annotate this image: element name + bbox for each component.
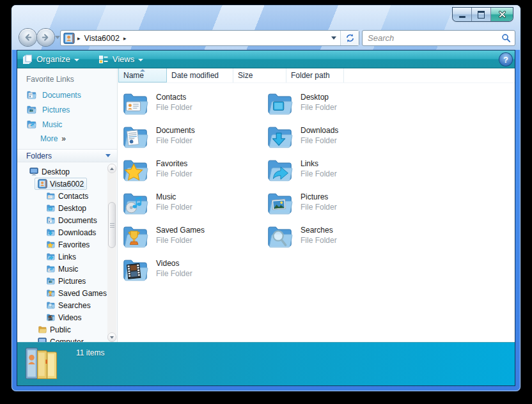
searches-icon xyxy=(46,300,56,310)
pictures-icon xyxy=(46,276,56,286)
views-icon xyxy=(98,54,109,65)
tile-name: Links xyxy=(301,155,337,168)
tree-item-label: Music xyxy=(58,265,78,274)
tile-type: File Folder xyxy=(301,235,337,245)
double-chevron-icon: » xyxy=(61,134,65,143)
music-icon xyxy=(46,264,56,274)
tree-item-contacts[interactable]: Contacts xyxy=(17,190,107,202)
folder-tile-pictures[interactable]: PicturesFile Folder xyxy=(265,187,410,221)
folder-tile-contacts[interactable]: ContactsFile Folder xyxy=(121,88,265,121)
column-header-label: Name xyxy=(123,71,144,80)
tree-item-label: Contacts xyxy=(58,192,88,201)
tree-item-music[interactable]: Music xyxy=(17,263,107,275)
tile-name: Saved Games xyxy=(156,222,205,235)
content-area: Favorite Links DocumentsPicturesMusic Mo… xyxy=(17,68,515,343)
folder-tile-music[interactable]: MusicFile Folder xyxy=(121,187,265,221)
explorer-window: ▸ Vista6002 ▸ xyxy=(12,5,520,391)
tree-item-favorites[interactable]: Favorites xyxy=(17,238,107,251)
search-icon[interactable] xyxy=(501,33,511,43)
tree-item-vista6002[interactable]: Vista6002 xyxy=(17,178,107,190)
breadcrumb-item[interactable]: Vista6002 xyxy=(83,34,121,43)
folder-tile-desktop[interactable]: DesktopFile Folder xyxy=(265,88,410,121)
tile-type: File Folder xyxy=(156,235,205,245)
folder-tile-documents[interactable]: DocumentsFile Folder xyxy=(121,121,265,154)
search-box[interactable] xyxy=(362,30,515,46)
tile-name: Favorites xyxy=(156,155,192,168)
address-dropdown-button[interactable] xyxy=(327,31,340,45)
column-header-size[interactable]: Size xyxy=(233,68,286,82)
maximize-button[interactable] xyxy=(472,8,491,21)
address-bar[interactable]: ▸ Vista6002 ▸ xyxy=(60,30,359,46)
tile-name: Documents xyxy=(156,122,195,135)
tree-item-downloads[interactable]: Downloads xyxy=(17,226,107,238)
column-header-name[interactable]: Name xyxy=(118,68,167,82)
folder-tile-searches[interactable]: SearchesFile Folder xyxy=(265,221,410,254)
chevron-down-icon xyxy=(331,36,336,40)
folder-tree: DesktopVista6002ContactsDesktopDocuments… xyxy=(17,163,107,343)
close-button[interactable] xyxy=(491,8,513,21)
search-input[interactable] xyxy=(366,33,501,43)
videos-folder-icon xyxy=(121,255,150,284)
searches-folder-icon xyxy=(265,222,295,251)
folder-tile-downloads[interactable]: DownloadsFile Folder xyxy=(265,121,410,154)
folder-tile-saved-games[interactable]: Saved GamesFile Folder xyxy=(121,221,265,254)
user-folder-icon xyxy=(63,33,75,44)
refresh-icon xyxy=(345,33,355,43)
more-label: More xyxy=(40,134,58,143)
column-header-date-modified[interactable]: Date modified xyxy=(167,68,233,82)
folder-tile-favorites[interactable]: FavoritesFile Folder xyxy=(121,154,265,187)
favorite-link-documents[interactable]: Documents xyxy=(17,88,117,102)
caption-button-group xyxy=(453,8,513,21)
command-toolbar: Organize Views ? xyxy=(17,50,515,68)
tree-item-documents[interactable]: Documents xyxy=(17,214,107,226)
tree-item-label: Links xyxy=(58,252,76,261)
refresh-button[interactable] xyxy=(340,31,359,45)
folder-stack-icon xyxy=(22,345,61,385)
favorite-link-label: Music xyxy=(42,120,62,129)
back-button[interactable] xyxy=(19,29,36,46)
tree-item-videos[interactable]: Videos xyxy=(17,311,107,323)
tree-scrollbar[interactable] xyxy=(107,164,116,342)
maximize-icon xyxy=(478,11,485,19)
tree-item-public[interactable]: Public xyxy=(17,323,107,336)
downloads-icon xyxy=(46,228,56,237)
tree-item-saved-games[interactable]: Saved Games xyxy=(17,287,107,299)
forward-button[interactable] xyxy=(37,29,54,46)
tree-item-pictures[interactable]: Pictures xyxy=(17,275,107,287)
pictures-folder-icon xyxy=(26,104,37,115)
scroll-down-button[interactable] xyxy=(107,332,116,342)
help-button[interactable]: ? xyxy=(499,53,512,66)
chevron-down-icon xyxy=(106,154,111,157)
favorite-link-label: Pictures xyxy=(42,105,70,114)
folders-band[interactable]: Folders xyxy=(17,149,117,162)
tree-item-label: Pictures xyxy=(58,277,86,286)
tree-item-links[interactable]: Links xyxy=(17,251,107,263)
tree-item-searches[interactable]: Searches xyxy=(17,299,107,311)
saved-games-folder-icon xyxy=(121,222,150,251)
tree-item-label: Desktop xyxy=(58,204,86,213)
minimize-button[interactable] xyxy=(453,8,472,21)
views-button[interactable]: Views xyxy=(93,50,148,68)
organize-button[interactable]: Organize xyxy=(17,50,84,68)
tile-name: Pictures xyxy=(301,189,337,201)
scroll-up-button[interactable] xyxy=(107,164,116,173)
column-header-label: Folder path xyxy=(291,71,330,80)
file-list-pane: NameDate modifiedSizeFolder path Contact… xyxy=(118,68,515,343)
favorite-links-list: DocumentsPicturesMusic xyxy=(17,88,117,132)
tree-item-desktop[interactable]: Desktop xyxy=(17,202,107,214)
folder-tile-links[interactable]: LinksFile Folder xyxy=(265,154,410,187)
more-link[interactable]: More » xyxy=(17,132,117,145)
tile-type: File Folder xyxy=(156,201,192,212)
folder-tile-videos[interactable]: VideosFile Folder xyxy=(121,254,265,287)
back-arrow-icon xyxy=(23,33,33,42)
favorite-link-music[interactable]: Music xyxy=(17,117,117,132)
recent-pages-dropdown[interactable] xyxy=(55,36,60,39)
favorite-link-pictures[interactable]: Pictures xyxy=(17,102,117,117)
triangle-down-icon xyxy=(110,336,114,339)
tree-item-desktop[interactable]: Desktop xyxy=(17,166,107,178)
tree-item-label: Saved Games xyxy=(58,289,107,298)
column-header-label: Date modified xyxy=(171,71,219,80)
column-header-folder-path[interactable]: Folder path xyxy=(286,68,344,82)
details-pane: 11 items xyxy=(17,342,515,385)
scrollbar-thumb[interactable] xyxy=(108,202,116,248)
